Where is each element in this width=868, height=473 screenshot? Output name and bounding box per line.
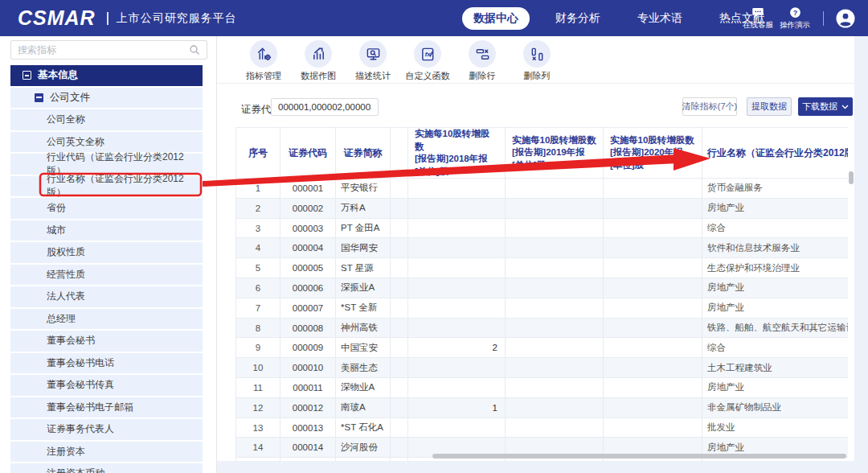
sidebar-indicator-item[interactable]: 董事会秘书电子邮箱 [10,397,203,418]
col-header-index[interactable]: 序号 [236,128,280,179]
clear-indicators-button[interactable]: 清除指标(7个) [682,97,737,116]
toolbar-tool[interactable]: 指标管理 [236,36,291,83]
toolbar-tool[interactable]: 描述统计 [346,36,400,83]
fx-icon: fx [420,47,436,62]
table-row[interactable]: 1 000001 平安银行 货币金融服务 [236,179,849,199]
tree-root-label: 基本信息 [38,68,78,82]
csmar-app: CSMAR 上市公司研究服务平台 数据中心财务分析专业术语热点文献 在线客服 ?… [0,0,868,473]
col-header-code[interactable]: 证券代码 [280,128,336,179]
table-row[interactable]: 7 000007 *ST 全新 房地产业 [236,298,849,318]
sidebar-indicator-item[interactable]: 行业名称（证监会行业分类2012版） [10,176,203,197]
data-center-panel: 指标管理 数据作图 描述统计 fx 自定义函数 [217,36,854,461]
sidebar-indicator-item[interactable]: 注册资本币种 [10,463,203,473]
table-toolbar: 指标管理 数据作图 描述统计 fx 自定义函数 [217,36,854,84]
nav-item[interactable]: 数据中心 [462,7,530,30]
download-data-button[interactable]: 下载数据 [798,97,853,116]
nav-item[interactable]: 财务分析 [544,7,612,30]
horizontal-scrollbar[interactable] [432,454,846,459]
extract-data-button[interactable]: 提取数据 [747,97,792,116]
col-header-2020[interactable]: 实施每10股转增股数 [报告期]2020年报 [单位]股 [604,128,702,179]
chart-arrow-icon [311,47,326,62]
col-header-name[interactable]: 证券简称 [336,128,391,179]
sidebar-indicator-item[interactable]: 公司全称 [10,109,203,130]
col-header-2018[interactable]: 实施每10股转增股数 [报告期]2018年报 [单位]股 [408,128,506,179]
toolbar-tool[interactable]: 数据作图 [291,36,346,83]
table-row[interactable]: 10 000010 美丽生态 土木工程建筑业 [236,358,849,378]
data-table: 序号 证券代码 证券简称 实施每10股转增股数 [报告期]2018年报 [单位]… [235,127,848,461]
top-navbar: CSMAR 上市公司研究服务平台 数据中心财务分析专业术语热点文献 在线客服 ?… [0,0,868,36]
delete-col-icon [530,47,545,62]
sidebar-item-basic-info[interactable]: 基本信息 [10,65,203,86]
sidebar-indicator-item[interactable]: 法人代表 [10,286,203,307]
result-table-wrap: 序号 证券代码 证券简称 实施每10股转增股数 [报告期]2018年报 [单位]… [235,127,848,461]
vertical-scrollbar[interactable] [849,171,854,184]
user-avatar-icon[interactable] [835,8,856,29]
svg-text:?: ? [792,9,797,17]
toolbar-tool[interactable]: 删除列 [510,36,564,83]
sidebar-indicator-item[interactable]: 经营性质 [10,265,203,286]
chevron-down-icon [841,105,849,109]
monitor-stat-icon [366,47,381,62]
sidebar-indicator-item[interactable]: 省份 [10,198,203,219]
col-header-2019[interactable]: 实施每10股转增股数 [报告期]2019年报 [单位]股 [506,128,604,179]
sidebar-indicator-item[interactable]: 总经理 [10,309,203,330]
sidebar-indicator-item[interactable]: 董事会秘书传真 [10,375,203,396]
table-row[interactable]: 2 000002 万科A 房地产业 [236,198,849,218]
brand[interactable]: CSMAR 上市公司研究服务平台 [18,0,237,36]
delete-row-icon [475,47,490,62]
toolbar-tool[interactable]: fx 自定义函数 [400,36,455,83]
sidebar-indicator-item[interactable]: 公司英文全称 [10,132,203,153]
table-row[interactable]: 8 000008 神州高铁 铁路、船舶、航空航天和其它运输设备... [236,318,849,338]
security-code-input[interactable] [271,98,379,116]
question-icon: ? [789,6,801,19]
chat-icon [751,6,764,19]
table-row[interactable]: 9 000009 中国宝安 2 综合 [236,338,849,358]
table-row[interactable]: 3 000003 PT 金田A 综合 [236,218,849,238]
indicator-sidebar: 基本信息 公司文件 公司全称 公司英文全称 行业代码（证监会行业分类201 [0,36,217,473]
table-row[interactable]: 4 000004 国华网安 软件和信息技术服务业 [236,238,849,258]
svg-text:fx: fx [424,51,431,58]
table-row[interactable]: 11 000011 深物业A 房地产业 [236,378,849,398]
table-row[interactable]: 13 000013 *ST 石化A 批发业 [236,417,849,438]
indicator-search[interactable] [10,40,207,60]
chart-gear-icon [256,47,272,62]
csmar-logo: CSMAR [18,6,96,30]
nav-utility[interactable]: ? 操作演示 [776,6,813,31]
logo-divider [107,12,108,25]
sidebar-item-company-files[interactable]: 公司文件 [10,88,203,109]
sidebar-indicator-item[interactable]: 城市 [10,220,203,241]
col-header-gap [391,128,408,179]
toolbar-tool[interactable]: 删除行 [455,36,510,83]
search-input[interactable] [18,44,189,56]
header-row: 序号 证券代码 证券简称 实施每10股转增股数 [报告期]2018年报 [单位]… [236,128,849,179]
sidebar-indicator-item[interactable]: 证券事务代表人 [10,419,203,440]
table-row[interactable]: 6 000006 深振业A 房地产业 [236,278,849,298]
utility-divider [823,11,824,26]
table-row[interactable]: 12 000012 南玻A 1 非金属矿物制品业 [236,397,849,417]
sidebar-indicator-item[interactable]: 董事会秘书电话 [10,353,203,374]
collapse-icon[interactable] [23,71,31,80]
sidebar-indicator-item[interactable]: 股权性质 [10,242,203,263]
table-row[interactable]: 5 000005 ST 星源 生态保护和环境治理业 [236,258,849,278]
indicator-tree: 基本信息 公司文件 公司全称 公司英文全称 行业代码（证监会行业分类201 [10,65,203,473]
sidebar-indicator-item[interactable]: 注册资本 [10,442,203,463]
nav-item[interactable]: 专业术语 [626,7,694,30]
search-icon[interactable] [189,44,200,56]
tree-group-label: 公司文件 [50,91,90,105]
nav-menu: 数据中心财务分析专业术语热点文献 [462,0,776,36]
collapse-icon[interactable] [35,93,43,102]
nav-utilities: 在线客服 ? 操作演示 [739,0,856,36]
sidebar-indicator-item[interactable]: 董事会秘书 [10,331,203,352]
sidebar-indicator-item[interactable]: 行业代码（证监会行业分类2012版） [10,154,203,175]
product-name: 上市公司研究服务平台 [117,11,237,26]
nav-utility[interactable]: 在线客服 [739,6,776,31]
col-header-industry[interactable]: 行业名称（证监会行业分类2012版） [702,128,849,179]
